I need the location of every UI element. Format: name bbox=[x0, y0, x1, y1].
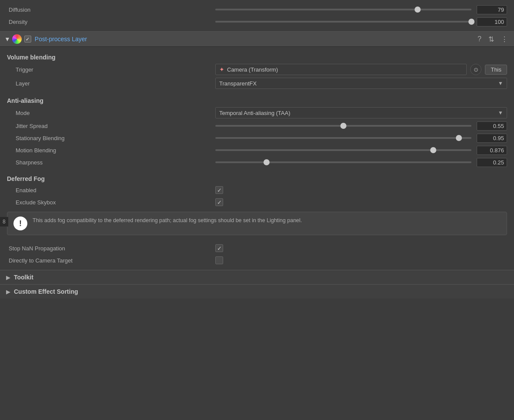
jitter-row: Jitter Spread bbox=[7, 120, 507, 132]
motion-track bbox=[215, 149, 471, 151]
this-button[interactable]: This bbox=[485, 65, 507, 75]
layer-dropdown[interactable]: TransparentFX ▼ bbox=[215, 78, 507, 89]
stationary-value-input[interactable] bbox=[477, 134, 507, 143]
custom-effect-row[interactable]: ▶ Custom Effect Sorting bbox=[0, 284, 514, 299]
anti-aliasing-title: Anti-aliasing bbox=[7, 94, 507, 106]
motion-row: Motion Blending bbox=[7, 144, 507, 156]
density-thumb[interactable] bbox=[468, 19, 474, 25]
motion-value-area bbox=[215, 146, 507, 155]
postprocess-section-header: ▼ ✓ Post-process Layer ? ⇅ ⋮ bbox=[0, 31, 514, 47]
sharpness-value-input[interactable] bbox=[477, 158, 507, 167]
header-icons: ? ⇅ ⋮ bbox=[476, 34, 510, 44]
postprocess-section-body: Volume blending Trigger ✦ Camera (Transf… bbox=[0, 47, 514, 270]
jitter-slider[interactable] bbox=[215, 122, 471, 130]
stationary-track bbox=[215, 137, 471, 139]
density-label: Density bbox=[7, 19, 215, 25]
density-slider[interactable] bbox=[215, 18, 471, 26]
sharpness-label: Sharpness bbox=[7, 159, 215, 166]
diffusion-label: Diffusion bbox=[7, 7, 215, 13]
jitter-value-input[interactable] bbox=[477, 121, 507, 131]
info-box: ! This adds fog compatibility to the def… bbox=[7, 212, 507, 235]
volume-blending-title: Volume blending bbox=[7, 50, 507, 62]
enabled-value-area: ✓ bbox=[215, 186, 507, 194]
density-fill bbox=[215, 21, 471, 23]
trigger-text: Camera (Transform) bbox=[227, 66, 278, 73]
stationary-slider[interactable] bbox=[215, 134, 471, 142]
enabled-row: Enabled ✓ bbox=[7, 184, 507, 196]
sharpness-value-area bbox=[215, 158, 507, 167]
direct-cam-row: Directly to Camera Target ✓ bbox=[7, 254, 507, 266]
density-row: Density bbox=[7, 16, 507, 28]
deferred-fog-title: Deferred Fog bbox=[7, 172, 507, 184]
more-icon[interactable]: ⋮ bbox=[499, 34, 510, 44]
motion-slider[interactable] bbox=[215, 146, 471, 154]
layer-value-area: TransparentFX ▼ bbox=[215, 78, 507, 89]
mode-dropdown-text: Temporal Anti-aliasing (TAA) bbox=[219, 110, 494, 116]
direct-cam-value-area: ✓ bbox=[215, 256, 507, 264]
postprocess-icon bbox=[12, 34, 22, 44]
trigger-row: Trigger ✦ Camera (Transform) ⊙ This bbox=[7, 62, 507, 76]
info-exclamation-icon: ! bbox=[13, 217, 27, 230]
jitter-value-area bbox=[215, 121, 507, 131]
toolkit-arrow-icon: ▶ bbox=[6, 274, 10, 281]
stationary-thumb[interactable] bbox=[456, 135, 462, 141]
inspector-panel: Diffusion Density bbox=[0, 0, 514, 299]
diffusion-value-area bbox=[215, 5, 507, 14]
jitter-thumb[interactable] bbox=[340, 123, 346, 129]
toolkit-row[interactable]: ▶ Toolkit bbox=[0, 270, 514, 284]
stationary-value-area bbox=[215, 134, 507, 143]
diffusion-track bbox=[215, 9, 471, 10]
postprocess-enable-checkbox[interactable]: ✓ bbox=[24, 36, 31, 43]
postprocess-section-title: Post-process Layer bbox=[35, 36, 476, 43]
mode-label: Mode bbox=[7, 110, 215, 116]
exclude-value-area: ✓ bbox=[215, 198, 507, 206]
direct-cam-label: Directly to Camera Target bbox=[7, 257, 215, 264]
motion-label: Motion Blending bbox=[7, 147, 215, 154]
stop-nan-value-area: ✓ bbox=[215, 244, 507, 252]
enabled-label: Enabled bbox=[7, 187, 215, 194]
target-picker-button[interactable]: ⊙ bbox=[470, 64, 481, 75]
collapse-arrow-icon[interactable]: ▼ bbox=[4, 36, 10, 43]
toolkit-label: Toolkit bbox=[14, 274, 33, 281]
trigger-label: Trigger bbox=[7, 66, 215, 73]
sharpness-thumb[interactable] bbox=[264, 159, 270, 165]
density-value-input[interactable] bbox=[477, 17, 507, 26]
exclude-label: Exclude Skybox bbox=[7, 199, 215, 206]
exclude-row: Exclude Skybox ✓ bbox=[7, 196, 507, 208]
jitter-track bbox=[215, 125, 471, 127]
diffusion-fill bbox=[215, 9, 418, 10]
top-section: Diffusion Density bbox=[0, 0, 514, 31]
custom-effect-label: Custom Effect Sorting bbox=[14, 288, 78, 295]
diffusion-thumb[interactable] bbox=[415, 7, 421, 13]
sharpness-slider[interactable] bbox=[215, 158, 471, 166]
layer-dropdown-text: TransparentFX bbox=[219, 80, 494, 87]
layer-dropdown-arrow-icon: ▼ bbox=[498, 80, 503, 86]
exclude-checkbox[interactable]: ✓ bbox=[215, 198, 223, 206]
layer-label: Layer bbox=[7, 80, 215, 87]
diffusion-row: Diffusion bbox=[7, 3, 507, 16]
stop-nan-row: Stop NaN Propagation ✓ bbox=[7, 242, 507, 254]
diffusion-slider[interactable] bbox=[215, 6, 471, 13]
stationary-label: Stationary Blending bbox=[7, 135, 215, 141]
stop-nan-checkbox[interactable]: ✓ bbox=[215, 244, 223, 252]
mode-dropdown-arrow-icon: ▼ bbox=[498, 110, 503, 116]
stop-nan-label: Stop NaN Propagation bbox=[7, 245, 215, 252]
help-icon[interactable]: ? bbox=[476, 34, 483, 44]
mode-row: Mode Temporal Anti-aliasing (TAA) ▼ bbox=[7, 106, 507, 120]
enabled-checkbox[interactable]: ✓ bbox=[215, 186, 223, 194]
motion-thumb[interactable] bbox=[430, 147, 436, 153]
motion-value-input[interactable] bbox=[477, 146, 507, 155]
stationary-row: Stationary Blending bbox=[7, 132, 507, 144]
sharpness-track bbox=[215, 161, 471, 163]
density-track bbox=[215, 21, 471, 23]
settings-icon[interactable]: ⇅ bbox=[487, 34, 496, 44]
jitter-label: Jitter Spread bbox=[7, 123, 215, 129]
info-text: This adds fog compatibility to the defer… bbox=[33, 217, 302, 225]
diffusion-value-input[interactable] bbox=[477, 5, 507, 14]
layer-row: Layer TransparentFX ▼ bbox=[7, 76, 507, 90]
custom-effect-arrow-icon: ▶ bbox=[6, 289, 10, 295]
mode-dropdown[interactable]: Temporal Anti-aliasing (TAA) ▼ bbox=[215, 107, 507, 118]
direct-cam-checkbox[interactable]: ✓ bbox=[215, 256, 223, 264]
sharpness-row: Sharpness bbox=[7, 156, 507, 168]
trigger-input[interactable]: ✦ Camera (Transform) bbox=[215, 64, 467, 75]
